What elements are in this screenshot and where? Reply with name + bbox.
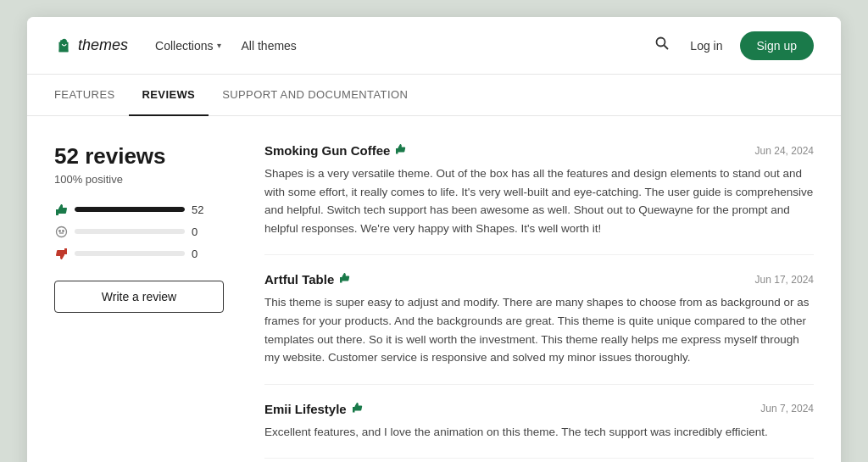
main-nav: Collections ▾ All themes — [155, 39, 651, 53]
negative-bar-count: 0 — [192, 248, 209, 260]
review-text: This theme is super easy to adjust and m… — [264, 293, 814, 366]
chevron-down-icon: ▾ — [217, 41, 221, 50]
thumbs-up-icon — [54, 203, 68, 216]
search-button[interactable] — [651, 32, 673, 58]
positive-indicator-icon — [352, 402, 364, 416]
login-button[interactable]: Log in — [690, 39, 722, 53]
reviews-sidebar: 52 reviews 100% positive 52 — [54, 143, 224, 462]
review-date: Jun 7, 2024 — [760, 403, 814, 415]
positive-indicator-icon — [339, 272, 351, 287]
app-window: themes Collections ▾ All themes Log in S… — [27, 17, 841, 462]
positive-label: 100% positive — [54, 173, 224, 186]
review-header: Artful Table Jun 17, 2024 — [264, 272, 814, 287]
review-date: Jun 24, 2024 — [755, 145, 814, 157]
tab-support[interactable]: SUPPORT AND DOCUMENTATION — [209, 75, 421, 116]
review-item: AKALO Apr 1, 2024 Awesome. We're using t… — [264, 459, 814, 462]
shopify-logo-icon — [54, 36, 73, 55]
svg-point-5 — [58, 230, 60, 231]
positive-bar-count: 52 — [192, 203, 209, 216]
svg-point-1 — [657, 38, 665, 47]
neutral-icon — [54, 225, 68, 238]
negative-bar-track — [75, 251, 185, 256]
rating-bars: 52 0 — [54, 203, 224, 260]
reviews-list: Smoking Gun Coffee Jun 24, 2024 Shapes i… — [264, 143, 814, 462]
svg-point-6 — [62, 230, 64, 231]
review-header: Emii Lifestyle Jun 7, 2024 — [264, 402, 814, 416]
reviewer-name: Emii Lifestyle — [264, 402, 364, 416]
negative-bar-row: 0 — [54, 247, 224, 260]
review-header: Smoking Gun Coffee Jun 24, 2024 — [264, 143, 814, 158]
positive-indicator-icon — [395, 143, 407, 158]
logo-area[interactable]: themes — [54, 36, 128, 55]
positive-bar-fill — [75, 207, 185, 212]
review-item: Smoking Gun Coffee Jun 24, 2024 Shapes i… — [264, 143, 814, 255]
svg-point-3 — [56, 226, 66, 237]
all-themes-nav-link[interactable]: All themes — [242, 39, 297, 53]
tab-reviews[interactable]: REVIEWS — [129, 75, 209, 116]
review-text: Excellent features, and I love the anima… — [264, 423, 814, 442]
logo-text: themes — [78, 36, 128, 54]
review-item: Artful Table Jun 17, 2024 This theme is … — [264, 255, 814, 384]
positive-bar-row: 52 — [54, 203, 224, 216]
reviewer-name: Smoking Gun Coffee — [264, 143, 407, 158]
tab-features[interactable]: FEATURES — [54, 75, 129, 116]
signup-button[interactable]: Sign up — [740, 31, 814, 60]
reviewer-name: Artful Table — [264, 272, 351, 287]
search-icon — [654, 36, 670, 51]
review-date: Jun 17, 2024 — [755, 274, 814, 286]
review-text: Shapes is a very versatile theme. Out of… — [264, 164, 814, 237]
neutral-bar-count: 0 — [192, 225, 209, 238]
svg-rect-0 — [59, 42, 69, 52]
svg-line-2 — [665, 46, 669, 50]
nav-actions: Log in Sign up — [651, 31, 814, 60]
review-item: Emii Lifestyle Jun 7, 2024 Excellent fea… — [264, 385, 814, 459]
header: themes Collections ▾ All themes Log in S… — [27, 17, 841, 75]
collections-nav-link[interactable]: Collections ▾ — [155, 39, 220, 53]
thumbs-down-icon — [54, 247, 68, 260]
page-tabs: FEATURES REVIEWS SUPPORT AND DOCUMENTATI… — [27, 75, 841, 116]
positive-bar-track — [75, 207, 185, 212]
write-review-button[interactable]: Write a review — [54, 281, 224, 313]
neutral-bar-track — [75, 229, 185, 234]
review-count: 52 reviews — [54, 143, 224, 170]
main-content: 52 reviews 100% positive 52 — [27, 116, 841, 462]
neutral-bar-row: 0 — [54, 225, 224, 238]
